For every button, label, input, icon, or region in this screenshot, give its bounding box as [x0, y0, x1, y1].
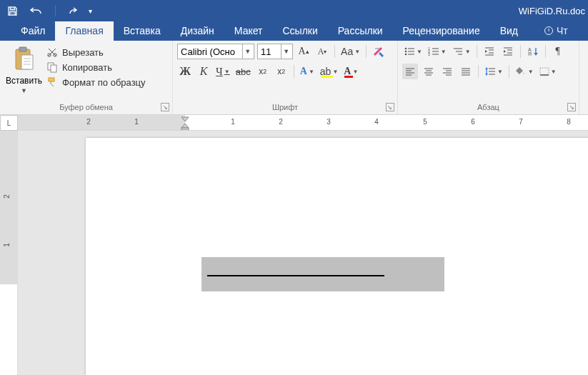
undo-icon[interactable]	[28, 6, 44, 16]
separator	[545, 45, 546, 58]
align-left-button[interactable]	[402, 64, 418, 79]
grow-font-button[interactable]: A▴	[296, 44, 312, 59]
tell-me[interactable]: Чт	[541, 21, 571, 41]
clear-formatting-button[interactable]	[371, 44, 387, 59]
ruler-mark: 6	[471, 118, 475, 126]
save-icon[interactable]	[7, 6, 18, 16]
change-case-button[interactable]: Aa▼	[339, 44, 362, 59]
cut-label: Вырезать	[62, 47, 104, 58]
multilevel-list-button[interactable]: ▼	[451, 44, 472, 59]
font-size-dropdown-icon[interactable]: ▼	[281, 44, 291, 59]
horizontal-rule-line	[207, 275, 384, 276]
font-group-label: Шрифт ↘	[173, 101, 397, 114]
format-painter-label: Формат по образцу	[62, 77, 146, 88]
increase-indent-button[interactable]	[500, 44, 516, 59]
tab-file[interactable]: Файл	[11, 21, 55, 41]
show-marks-button[interactable]: ¶	[550, 44, 566, 59]
line-spacing-button[interactable]: ▼	[483, 64, 504, 79]
separator	[366, 45, 367, 58]
borders-button[interactable]: ▼	[538, 64, 558, 79]
clipboard-group-label: Буфер обмена ↘	[0, 101, 172, 114]
ribbon-tabs: Файл Главная Вставка Дизайн Макет Ссылки…	[0, 21, 588, 41]
svg-rect-3	[21, 55, 33, 69]
tab-insert[interactable]: Вставка	[114, 21, 171, 41]
svg-point-5	[54, 54, 56, 56]
svg-rect-1	[16, 49, 30, 69]
qat-separator	[55, 5, 56, 16]
ruler-mark: 2	[86, 118, 91, 126]
svg-rect-6	[48, 63, 54, 70]
strikethrough-button[interactable]: abc	[234, 64, 252, 79]
font-name-dropdown-icon[interactable]: ▼	[242, 44, 252, 59]
bold-button[interactable]: Ж	[177, 64, 193, 79]
decrease-indent-button[interactable]	[482, 44, 497, 59]
svg-rect-7	[51, 65, 56, 72]
tab-layout[interactable]: Макет	[224, 21, 273, 41]
paste-label: Вставить	[6, 76, 42, 86]
clipboard-dialog-launcher[interactable]: ↘	[161, 103, 169, 111]
tab-mailings[interactable]: Рассылки	[328, 21, 393, 41]
cut-button[interactable]: Вырезать	[46, 46, 146, 58]
separator	[509, 65, 509, 78]
ruler-mark: 5	[423, 118, 427, 126]
text-effects-button[interactable]: A▼	[299, 64, 316, 79]
font-color-button[interactable]: A▼	[342, 64, 359, 79]
svg-point-11	[405, 54, 407, 56]
tab-review[interactable]: Рецензирование	[393, 21, 490, 41]
justify-button[interactable]	[458, 64, 474, 79]
paste-button[interactable]: Вставить ▼	[4, 44, 44, 101]
copy-label: Копировать	[62, 62, 112, 73]
separator	[520, 45, 521, 58]
svg-text:A: A	[528, 47, 532, 52]
shading-button[interactable]: ▼	[514, 64, 535, 79]
svg-point-10	[405, 51, 407, 53]
bullets-button[interactable]: ▼	[402, 44, 424, 59]
document-area[interactable]	[18, 131, 588, 375]
ruler-mark: 2	[3, 194, 11, 199]
subscript-button[interactable]: x2	[255, 64, 271, 79]
tab-home[interactable]: Главная	[55, 21, 113, 41]
highlight-button[interactable]: ab▼	[319, 64, 340, 79]
ribbon: Вставить ▼ Вырезать Копировать Формат по…	[0, 41, 588, 115]
vertical-ruler[interactable]: 2 1 1	[0, 131, 18, 375]
format-painter-button[interactable]: Формат по образцу	[46, 76, 146, 88]
font-dialog-launcher[interactable]: ↘	[386, 103, 394, 111]
tab-view[interactable]: Вид	[490, 21, 528, 41]
underline-button[interactable]: Ч▼	[214, 64, 231, 79]
font-size-input[interactable]	[258, 44, 281, 59]
svg-text:Я: Я	[528, 51, 532, 56]
superscript-button[interactable]: x2	[274, 64, 289, 79]
ruler-mark: 3	[327, 118, 331, 126]
paragraph-group-label: Абзац ↘	[398, 101, 579, 114]
redo-icon[interactable]	[67, 6, 79, 16]
font-name-combo[interactable]: ▼	[177, 44, 254, 59]
svg-text:3: 3	[428, 52, 430, 56]
separator	[334, 45, 335, 58]
tab-selector[interactable]: L	[0, 115, 18, 131]
tell-me-label: Чт	[557, 25, 568, 36]
align-right-button[interactable]	[439, 64, 455, 79]
ruler-mark: 1	[231, 118, 235, 126]
text-selection	[201, 257, 444, 291]
paste-dropdown-icon[interactable]: ▼	[21, 87, 27, 94]
svg-point-0	[545, 27, 553, 35]
font-name-input[interactable]	[178, 44, 242, 59]
horizontal-ruler[interactable]: 2 1 1 2 3 4 5 6 7 8	[18, 115, 588, 130]
qat-customize-icon[interactable]: ▾	[89, 7, 92, 15]
tab-references[interactable]: Ссылки	[272, 21, 327, 41]
page[interactable]	[86, 138, 588, 375]
align-center-button[interactable]	[421, 64, 437, 79]
svg-text:1: 1	[428, 46, 430, 51]
font-size-combo[interactable]: ▼	[257, 44, 293, 59]
numbering-button[interactable]: 123▼	[427, 44, 448, 59]
tab-design[interactable]: Дизайн	[171, 21, 224, 41]
sort-button[interactable]: AЯ	[525, 44, 541, 59]
shrink-font-button[interactable]: A▾	[314, 44, 330, 59]
svg-point-4	[48, 54, 51, 56]
svg-rect-2	[19, 47, 26, 51]
copy-button[interactable]: Копировать	[46, 61, 146, 73]
ruler-mark: 4	[374, 118, 379, 126]
svg-rect-17	[540, 68, 549, 75]
paragraph-dialog-launcher[interactable]: ↘	[567, 103, 576, 111]
italic-button[interactable]: К	[196, 64, 211, 79]
